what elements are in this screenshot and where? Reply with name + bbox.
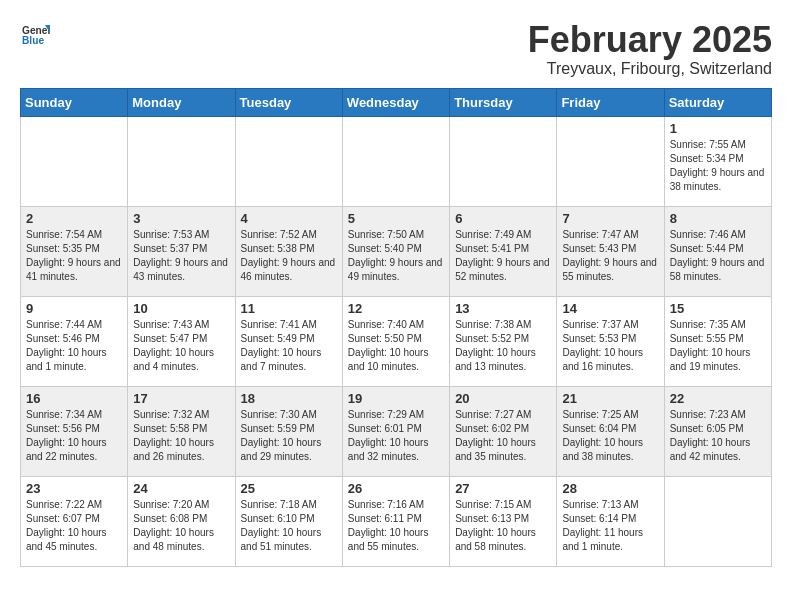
day-number: 6 bbox=[455, 211, 551, 226]
day-info: Sunrise: 7:43 AM Sunset: 5:47 PM Dayligh… bbox=[133, 318, 229, 374]
day-info: Sunrise: 7:27 AM Sunset: 6:02 PM Dayligh… bbox=[455, 408, 551, 464]
day-info: Sunrise: 7:20 AM Sunset: 6:08 PM Dayligh… bbox=[133, 498, 229, 554]
day-info: Sunrise: 7:18 AM Sunset: 6:10 PM Dayligh… bbox=[241, 498, 337, 554]
title-area: February 2025 Treyvaux, Fribourg, Switze… bbox=[528, 20, 772, 78]
day-number: 5 bbox=[348, 211, 444, 226]
day-cell: 25Sunrise: 7:18 AM Sunset: 6:10 PM Dayli… bbox=[235, 476, 342, 566]
day-number: 15 bbox=[670, 301, 766, 316]
week-row-3: 9Sunrise: 7:44 AM Sunset: 5:46 PM Daylig… bbox=[21, 296, 772, 386]
day-number: 8 bbox=[670, 211, 766, 226]
week-row-5: 23Sunrise: 7:22 AM Sunset: 6:07 PM Dayli… bbox=[21, 476, 772, 566]
day-info: Sunrise: 7:50 AM Sunset: 5:40 PM Dayligh… bbox=[348, 228, 444, 284]
day-cell: 12Sunrise: 7:40 AM Sunset: 5:50 PM Dayli… bbox=[342, 296, 449, 386]
day-cell: 15Sunrise: 7:35 AM Sunset: 5:55 PM Dayli… bbox=[664, 296, 771, 386]
day-cell: 9Sunrise: 7:44 AM Sunset: 5:46 PM Daylig… bbox=[21, 296, 128, 386]
svg-text:General: General bbox=[22, 25, 50, 36]
day-info: Sunrise: 7:55 AM Sunset: 5:34 PM Dayligh… bbox=[670, 138, 766, 194]
day-number: 7 bbox=[562, 211, 658, 226]
day-cell bbox=[235, 116, 342, 206]
day-info: Sunrise: 7:38 AM Sunset: 5:52 PM Dayligh… bbox=[455, 318, 551, 374]
col-header-monday: Monday bbox=[128, 88, 235, 116]
day-info: Sunrise: 7:46 AM Sunset: 5:44 PM Dayligh… bbox=[670, 228, 766, 284]
day-number: 21 bbox=[562, 391, 658, 406]
calendar-table: SundayMondayTuesdayWednesdayThursdayFrid… bbox=[20, 88, 772, 567]
page-header: General Blue February 2025 Treyvaux, Fri… bbox=[20, 20, 772, 78]
day-number: 4 bbox=[241, 211, 337, 226]
day-number: 27 bbox=[455, 481, 551, 496]
col-header-friday: Friday bbox=[557, 88, 664, 116]
day-info: Sunrise: 7:37 AM Sunset: 5:53 PM Dayligh… bbox=[562, 318, 658, 374]
day-number: 2 bbox=[26, 211, 122, 226]
day-cell bbox=[450, 116, 557, 206]
day-info: Sunrise: 7:25 AM Sunset: 6:04 PM Dayligh… bbox=[562, 408, 658, 464]
day-number: 17 bbox=[133, 391, 229, 406]
col-header-sunday: Sunday bbox=[21, 88, 128, 116]
svg-text:Blue: Blue bbox=[22, 35, 44, 46]
day-cell: 6Sunrise: 7:49 AM Sunset: 5:41 PM Daylig… bbox=[450, 206, 557, 296]
day-cell: 28Sunrise: 7:13 AM Sunset: 6:14 PM Dayli… bbox=[557, 476, 664, 566]
col-header-thursday: Thursday bbox=[450, 88, 557, 116]
day-cell: 20Sunrise: 7:27 AM Sunset: 6:02 PM Dayli… bbox=[450, 386, 557, 476]
day-cell bbox=[557, 116, 664, 206]
week-row-1: 1Sunrise: 7:55 AM Sunset: 5:34 PM Daylig… bbox=[21, 116, 772, 206]
day-info: Sunrise: 7:53 AM Sunset: 5:37 PM Dayligh… bbox=[133, 228, 229, 284]
day-info: Sunrise: 7:23 AM Sunset: 6:05 PM Dayligh… bbox=[670, 408, 766, 464]
day-info: Sunrise: 7:13 AM Sunset: 6:14 PM Dayligh… bbox=[562, 498, 658, 554]
day-number: 1 bbox=[670, 121, 766, 136]
day-cell: 5Sunrise: 7:50 AM Sunset: 5:40 PM Daylig… bbox=[342, 206, 449, 296]
day-number: 13 bbox=[455, 301, 551, 316]
week-row-4: 16Sunrise: 7:34 AM Sunset: 5:56 PM Dayli… bbox=[21, 386, 772, 476]
day-info: Sunrise: 7:44 AM Sunset: 5:46 PM Dayligh… bbox=[26, 318, 122, 374]
day-number: 28 bbox=[562, 481, 658, 496]
day-number: 19 bbox=[348, 391, 444, 406]
col-header-wednesday: Wednesday bbox=[342, 88, 449, 116]
day-info: Sunrise: 7:15 AM Sunset: 6:13 PM Dayligh… bbox=[455, 498, 551, 554]
day-cell: 10Sunrise: 7:43 AM Sunset: 5:47 PM Dayli… bbox=[128, 296, 235, 386]
calendar-title: February 2025 bbox=[528, 20, 772, 60]
day-info: Sunrise: 7:35 AM Sunset: 5:55 PM Dayligh… bbox=[670, 318, 766, 374]
day-number: 25 bbox=[241, 481, 337, 496]
day-info: Sunrise: 7:49 AM Sunset: 5:41 PM Dayligh… bbox=[455, 228, 551, 284]
header-row: SundayMondayTuesdayWednesdayThursdayFrid… bbox=[21, 88, 772, 116]
day-cell: 13Sunrise: 7:38 AM Sunset: 5:52 PM Dayli… bbox=[450, 296, 557, 386]
day-cell bbox=[21, 116, 128, 206]
day-cell: 26Sunrise: 7:16 AM Sunset: 6:11 PM Dayli… bbox=[342, 476, 449, 566]
day-cell: 11Sunrise: 7:41 AM Sunset: 5:49 PM Dayli… bbox=[235, 296, 342, 386]
day-number: 22 bbox=[670, 391, 766, 406]
day-cell: 3Sunrise: 7:53 AM Sunset: 5:37 PM Daylig… bbox=[128, 206, 235, 296]
day-info: Sunrise: 7:30 AM Sunset: 5:59 PM Dayligh… bbox=[241, 408, 337, 464]
day-number: 16 bbox=[26, 391, 122, 406]
day-cell: 18Sunrise: 7:30 AM Sunset: 5:59 PM Dayli… bbox=[235, 386, 342, 476]
day-info: Sunrise: 7:40 AM Sunset: 5:50 PM Dayligh… bbox=[348, 318, 444, 374]
day-number: 18 bbox=[241, 391, 337, 406]
day-info: Sunrise: 7:32 AM Sunset: 5:58 PM Dayligh… bbox=[133, 408, 229, 464]
day-number: 9 bbox=[26, 301, 122, 316]
day-cell: 16Sunrise: 7:34 AM Sunset: 5:56 PM Dayli… bbox=[21, 386, 128, 476]
day-info: Sunrise: 7:54 AM Sunset: 5:35 PM Dayligh… bbox=[26, 228, 122, 284]
day-cell: 19Sunrise: 7:29 AM Sunset: 6:01 PM Dayli… bbox=[342, 386, 449, 476]
day-number: 3 bbox=[133, 211, 229, 226]
col-header-saturday: Saturday bbox=[664, 88, 771, 116]
day-cell: 21Sunrise: 7:25 AM Sunset: 6:04 PM Dayli… bbox=[557, 386, 664, 476]
day-number: 20 bbox=[455, 391, 551, 406]
day-number: 23 bbox=[26, 481, 122, 496]
day-cell: 8Sunrise: 7:46 AM Sunset: 5:44 PM Daylig… bbox=[664, 206, 771, 296]
logo: General Blue bbox=[20, 20, 50, 52]
day-cell: 2Sunrise: 7:54 AM Sunset: 5:35 PM Daylig… bbox=[21, 206, 128, 296]
day-cell bbox=[342, 116, 449, 206]
col-header-tuesday: Tuesday bbox=[235, 88, 342, 116]
day-info: Sunrise: 7:16 AM Sunset: 6:11 PM Dayligh… bbox=[348, 498, 444, 554]
day-info: Sunrise: 7:34 AM Sunset: 5:56 PM Dayligh… bbox=[26, 408, 122, 464]
day-cell: 23Sunrise: 7:22 AM Sunset: 6:07 PM Dayli… bbox=[21, 476, 128, 566]
day-cell: 27Sunrise: 7:15 AM Sunset: 6:13 PM Dayli… bbox=[450, 476, 557, 566]
day-info: Sunrise: 7:52 AM Sunset: 5:38 PM Dayligh… bbox=[241, 228, 337, 284]
day-number: 12 bbox=[348, 301, 444, 316]
day-cell bbox=[664, 476, 771, 566]
day-info: Sunrise: 7:41 AM Sunset: 5:49 PM Dayligh… bbox=[241, 318, 337, 374]
day-cell: 17Sunrise: 7:32 AM Sunset: 5:58 PM Dayli… bbox=[128, 386, 235, 476]
day-info: Sunrise: 7:29 AM Sunset: 6:01 PM Dayligh… bbox=[348, 408, 444, 464]
day-cell: 14Sunrise: 7:37 AM Sunset: 5:53 PM Dayli… bbox=[557, 296, 664, 386]
calendar-subtitle: Treyvaux, Fribourg, Switzerland bbox=[528, 60, 772, 78]
day-number: 24 bbox=[133, 481, 229, 496]
day-cell: 7Sunrise: 7:47 AM Sunset: 5:43 PM Daylig… bbox=[557, 206, 664, 296]
